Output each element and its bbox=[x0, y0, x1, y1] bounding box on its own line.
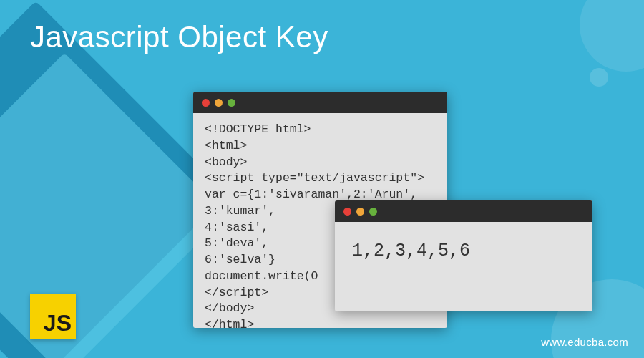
minimize-icon bbox=[215, 99, 223, 107]
minimize-icon bbox=[356, 208, 364, 216]
js-logo-icon: JS bbox=[30, 294, 76, 339]
page-title: Javascript Object Key bbox=[30, 20, 328, 54]
output-window-titlebar bbox=[335, 200, 592, 222]
code-window-titlebar bbox=[193, 92, 447, 113]
bg-circle-top-right bbox=[580, 0, 644, 72]
watermark: www.educba.com bbox=[541, 336, 628, 348]
js-logo-label: JS bbox=[44, 310, 72, 337]
bg-circle-small bbox=[590, 68, 608, 87]
maximize-icon bbox=[369, 208, 377, 216]
close-icon bbox=[343, 208, 351, 216]
output-content: 1,2,3,4,5,6 bbox=[335, 222, 592, 280]
output-window: 1,2,3,4,5,6 bbox=[335, 200, 592, 311]
close-icon bbox=[202, 99, 210, 107]
maximize-icon bbox=[228, 99, 235, 107]
